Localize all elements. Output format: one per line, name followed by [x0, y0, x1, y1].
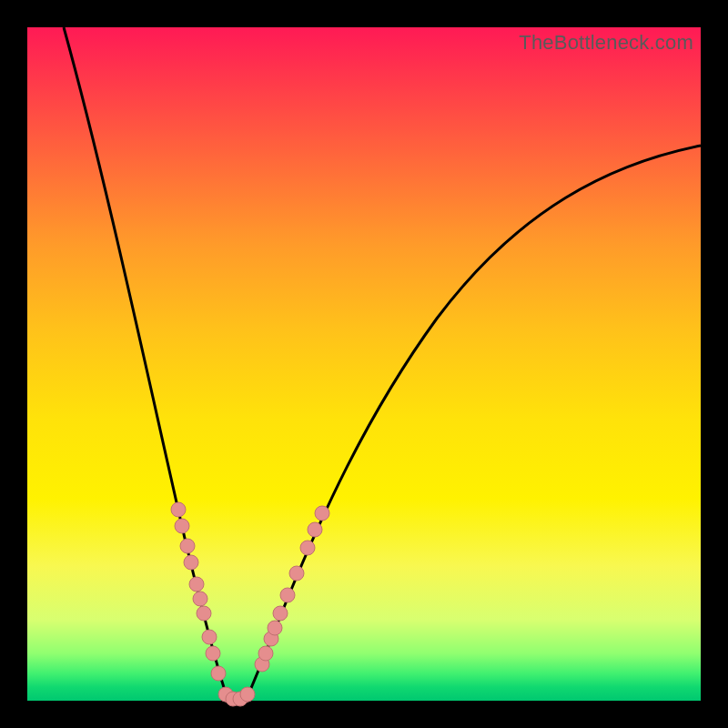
data-dot: [175, 519, 189, 533]
data-dot: [189, 577, 204, 592]
data-dot: [308, 522, 322, 537]
data-dot: [202, 630, 217, 644]
data-dot: [206, 646, 220, 661]
curve-right: [246, 146, 701, 701]
data-dot: [273, 606, 288, 621]
data-dot: [193, 592, 207, 606]
data-dot: [240, 687, 255, 702]
data-dot: [171, 502, 186, 517]
data-dot: [268, 621, 282, 635]
data-dot: [197, 606, 211, 621]
curve-group: [64, 27, 701, 701]
plot-area: TheBottleneck.com: [27, 27, 701, 701]
dots-bottom-group: [218, 687, 255, 706]
data-dot: [258, 646, 273, 661]
chart-svg: [27, 27, 701, 701]
data-dot: [211, 666, 226, 681]
chart-frame: TheBottleneck.com: [0, 0, 728, 728]
data-dot: [315, 506, 329, 521]
data-dot: [289, 566, 304, 581]
data-dot: [280, 588, 295, 602]
data-dot: [300, 541, 315, 555]
data-dot: [184, 555, 198, 570]
data-dot: [180, 539, 195, 553]
dots-left-group: [171, 502, 226, 681]
